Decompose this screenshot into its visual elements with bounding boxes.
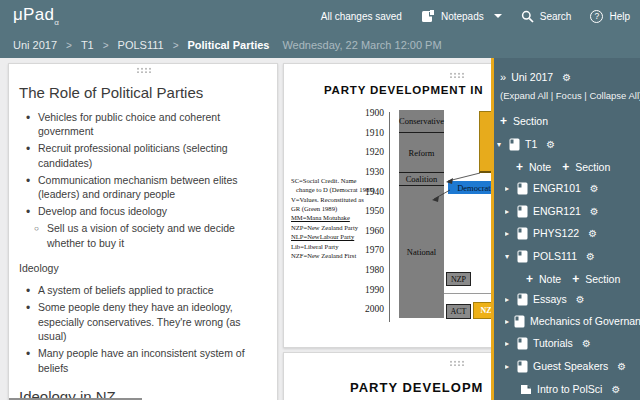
tree-actions[interactable]: (Expand All | Focus | Collapse All) — [500, 90, 640, 101]
sidebar-section-pols111[interactable]: POLS111 — [533, 250, 577, 262]
conservative-reform-national-bar: Conservative Reform Coalition National — [399, 110, 444, 318]
chart-title: PARTY DEVELOPMENT IN — [324, 84, 483, 96]
app-logo: μPadα — [13, 5, 59, 26]
gear-icon[interactable]: ⚙ — [586, 251, 595, 262]
search-button[interactable]: Search — [521, 10, 572, 23]
gear-icon[interactable]: ⚙ — [590, 206, 599, 217]
sidebar-section-mechanics-of-governance[interactable]: Mechanics of Governance — [530, 315, 640, 327]
chevron-right-icon[interactable]: ▸ — [505, 229, 512, 238]
note-text-content: The Role of Political Parties Vehicles f… — [9, 64, 277, 400]
chevron-right-icon[interactable]: ▸ — [505, 339, 512, 348]
plus-icon[interactable]: + — [500, 114, 507, 128]
section-icon — [517, 293, 528, 306]
section-icon — [509, 138, 520, 151]
chevron-right-icon[interactable]: ▸ — [505, 317, 509, 326]
add-note-button[interactable]: Note — [539, 273, 561, 285]
bullet-item: A system of beliefs applied to practice — [17, 283, 267, 297]
act-party-box: ACT — [446, 304, 471, 319]
breadcrumb: Uni 2017 > T1 > POLS111 > Political Part… — [0, 32, 640, 58]
section-icon — [517, 205, 528, 218]
logo-version-sub: α — [54, 18, 59, 27]
gear-icon[interactable]: ⚙ — [590, 183, 599, 194]
note-icon — [520, 383, 532, 395]
bullet-item: Many people have an inconsistent system … — [17, 346, 267, 375]
breadcrumb-section-pols111[interactable]: POLS111 — [118, 39, 164, 51]
add-note-button[interactable]: Note — [529, 161, 551, 173]
breadcrumb-section-t1[interactable]: T1 — [81, 39, 94, 51]
note-timestamp: Wednesday, 22 March 12:00 PM — [282, 39, 441, 51]
search-label: Search — [540, 11, 572, 22]
save-status: All changes saved — [321, 11, 402, 22]
note-subheading-ideology: Ideology — [19, 262, 267, 274]
plus-icon[interactable]: + — [562, 160, 569, 174]
help-button[interactable]: ? Help — [590, 10, 630, 23]
drag-handle-icon[interactable] — [449, 360, 465, 366]
notepad-explorer-sidebar: » Uni 2017 ⚙ (Expand All | Focus | Colla… — [491, 58, 640, 400]
plus-icon[interactable]: + — [516, 160, 523, 174]
help-label: Help — [609, 11, 630, 22]
plus-icon[interactable]: + — [572, 272, 579, 286]
bullet-item: Some people deny they have an ideology, … — [17, 300, 267, 343]
note-text-element[interactable]: The Role of Political Parties Vehicles f… — [8, 63, 278, 400]
sidebar-note-intro-to-polsci[interactable]: Intro to PolSci — [537, 383, 602, 395]
section-icon — [517, 250, 528, 263]
nzp-party-box: NZP — [446, 272, 471, 286]
notepad-root-label[interactable]: Uni 2017 — [511, 71, 553, 83]
breadcrumb-separator-icon: > — [66, 40, 72, 51]
section-icon — [517, 337, 528, 350]
sidebar-section-engr101[interactable]: ENGR101 — [533, 182, 581, 194]
gear-icon[interactable]: ⚙ — [611, 384, 620, 395]
party-abbreviation-legend: SC=Social Credit. Name change to D (Demo… — [291, 176, 383, 260]
breadcrumb-separator-icon: > — [173, 40, 179, 51]
chevron-down-icon[interactable]: ▾ — [497, 140, 504, 149]
gear-icon[interactable]: ⚙ — [546, 139, 555, 150]
chevron-down-icon — [494, 14, 502, 18]
gear-icon[interactable]: ⚙ — [582, 338, 591, 349]
drag-handle-icon[interactable] — [136, 67, 152, 73]
note-heading-role-of-parties: The Role of Political Parties — [19, 84, 267, 101]
sub-bullet-item: Sell us a vision of society and we decid… — [17, 221, 267, 250]
breadcrumb-current-note[interactable]: Political Parties — [188, 39, 270, 51]
breadcrumb-notepad[interactable]: Uni 2017 — [13, 39, 57, 51]
search-icon — [521, 10, 534, 23]
gear-icon[interactable]: ⚙ — [588, 228, 597, 239]
notepads-icon — [421, 9, 435, 23]
collapse-sidebar-icon[interactable]: » — [500, 71, 506, 83]
chart-title: PARTY DEVELOPM — [350, 380, 483, 395]
bullet-item: Recruit professional politicians (select… — [17, 141, 267, 170]
bullet-item: Develop and focus ideology — [17, 204, 267, 218]
chevron-right-icon[interactable]: ▸ — [505, 295, 512, 304]
sidebar-section-essays[interactable]: Essays — [533, 293, 567, 305]
gear-icon[interactable]: ⚙ — [562, 72, 571, 83]
chevron-right-icon[interactable]: ▸ — [505, 207, 512, 216]
sidebar-section-engr121[interactable]: ENGR121 — [533, 205, 581, 217]
section-icon — [517, 182, 528, 195]
bullet-item: Communication mechanism between elites (… — [17, 173, 267, 202]
add-section-button[interactable]: Section — [513, 115, 548, 127]
bar-segment-national: National — [399, 186, 444, 318]
plus-icon[interactable]: + — [526, 272, 533, 286]
sidebar-section-t1[interactable]: T1 — [525, 138, 537, 150]
timeline-axis-line — [389, 112, 390, 322]
gear-icon[interactable]: ⚙ — [576, 294, 585, 305]
section-icon — [514, 315, 525, 328]
chevron-down-icon[interactable]: ▾ — [505, 252, 512, 261]
help-icon: ? — [590, 10, 603, 23]
add-section-button[interactable]: Section — [575, 161, 610, 173]
notepads-label: Notepads — [441, 11, 484, 22]
add-section-button[interactable]: Section — [585, 273, 620, 285]
bar-segment-reform: Reform — [399, 133, 444, 173]
sidebar-section-phys122[interactable]: PHYS122 — [533, 227, 579, 239]
sidebar-section-guest-speakers[interactable]: Guest Speakers — [533, 360, 608, 372]
chevron-right-icon[interactable]: ▸ — [505, 184, 512, 193]
section-icon — [517, 227, 528, 240]
chevron-right-icon[interactable]: ▸ — [505, 362, 512, 371]
gear-icon[interactable]: ⚙ — [617, 361, 626, 372]
sidebar-section-tutorials[interactable]: Tutorials — [533, 337, 573, 349]
bar-segment-coalition: Coalition — [399, 173, 444, 186]
bullet-item: Vehicles for public choice and coherent … — [17, 110, 267, 139]
drag-handle-icon[interactable] — [449, 72, 465, 78]
bar-segment-conservative: Conservative — [399, 110, 444, 133]
breadcrumb-separator-icon: > — [103, 40, 109, 51]
notepads-menu[interactable]: Notepads — [421, 9, 502, 23]
